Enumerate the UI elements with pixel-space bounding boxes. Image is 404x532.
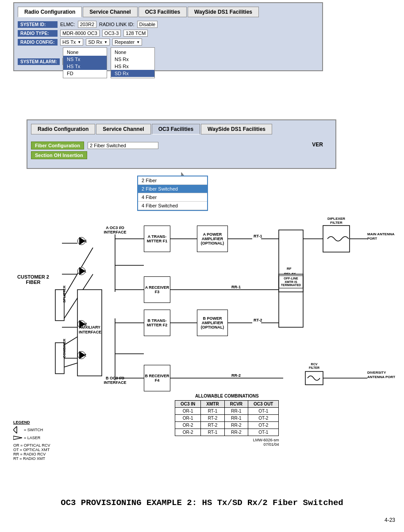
page-number: 4-23 xyxy=(385,517,395,523)
a-oc3-label: A OC3 I/O INTERFACE xyxy=(102,226,128,234)
svg-marker-43 xyxy=(13,426,17,433)
radio-type-row: RADIO TYPE: MDR-8000 OC3 OC3-3 128 TCM xyxy=(18,30,319,37)
laser-label: = LASER xyxy=(24,436,40,440)
b-transmitter-block: B TRANS- MITTER F2 xyxy=(144,310,170,336)
b-receiver-block: B RECEIVER F4 xyxy=(144,365,170,391)
a-receiver-block: A RECEIVER F3 xyxy=(144,276,170,303)
hstx-option-fd[interactable]: FD xyxy=(63,70,107,77)
bottom-title: OC3 PROVISIONING EXAMPLE 2: HS Tx/SD Rx/… xyxy=(0,498,404,508)
rt-legend: RT = RADIO XMT xyxy=(13,456,50,461)
radio-config-row: RADIO CONFIG: HS Tx SD Rx Repeater xyxy=(18,38,319,46)
fiber-config-label: Fiber Configuration xyxy=(31,142,84,149)
sdrx-option-nsrx[interactable]: NS Rx xyxy=(111,56,154,63)
or-legend: OR = OPTICAL RCV xyxy=(13,443,50,448)
fiber-config-row: Fiber Configuration 2 Fiber Switched xyxy=(31,142,332,149)
fiber-option-2fiber-switched[interactable]: 2 Fiber Switched xyxy=(138,185,207,193)
tab-service-channel[interactable]: Service Channel xyxy=(83,7,137,17)
rcv-filter-label: RCV FILTER xyxy=(305,363,323,369)
switch-label: = SWITCH xyxy=(24,428,43,432)
a-transmitter-block: A TRANS- MITTER F1 xyxy=(144,226,170,252)
table-cell: RR-1 xyxy=(224,408,248,415)
ot1-triangle xyxy=(79,267,85,275)
svg-text:RF: RF xyxy=(287,267,292,271)
table-cell: RT-1 xyxy=(201,429,224,436)
repeater-dropdown[interactable]: Repeater xyxy=(112,38,142,46)
table-cell: RT-1 xyxy=(201,408,224,415)
table-cell: RT-2 xyxy=(201,415,224,422)
main-diagram: RF RELAY RT-1 RT-2 RR-1 RR-2 CUSTOMER 2 … xyxy=(13,203,389,451)
table-cell: RT-2 xyxy=(201,422,224,429)
second-tabs: Radio Configuration Service Channel OC3 … xyxy=(31,124,332,134)
radio-type-val2: OC3-3 xyxy=(102,30,121,37)
sd-rx-dropdown[interactable]: SD Rx xyxy=(86,38,110,46)
table-cell: OR-1 xyxy=(175,415,201,422)
hstx-option-nstx[interactable]: NS Tx xyxy=(63,56,107,63)
table-cell: RR-2 xyxy=(224,429,248,436)
svg-text:RT-2: RT-2 xyxy=(254,318,262,322)
table-cell: RR-1 xyxy=(224,415,248,422)
allowable-combinations: ALLOWABLE COMBINATIONS OC3 IN XMTR RCVR … xyxy=(175,394,279,447)
splitter-label: SPLITTER xyxy=(62,286,66,303)
auxiliary-interface-label: AUXILIARY INTERFACE xyxy=(79,325,101,335)
fiber-option-4fiber[interactable]: 4 Fiber xyxy=(138,193,207,202)
hs-tx-dropdown-open: None NS Tx HS Tx FD xyxy=(63,47,107,78)
table-cell: RR-2 xyxy=(224,422,248,429)
fiber-option-2fiber[interactable]: 2 Fiber xyxy=(138,176,207,185)
elmc-value[interactable]: 203R2 xyxy=(78,21,96,28)
table-cell: OR-1 xyxy=(175,408,201,415)
svg-marker-44 xyxy=(13,436,22,440)
tab-oc3-facilities[interactable]: OC3 Facilities xyxy=(139,7,187,17)
diversity-antenna-label: DIVERSITY ANTENNA PORT xyxy=(367,371,398,379)
radio-link-value[interactable]: Disable xyxy=(137,21,158,28)
hstx-option-hstx[interactable]: HS Tx xyxy=(63,63,107,70)
svg-text:RR-1: RR-1 xyxy=(231,285,241,289)
top-radio-config-panel: Radio Configuration Service Channel OC3 … xyxy=(13,2,323,71)
svg-line-10 xyxy=(64,358,93,367)
elmc-label: ELMC: xyxy=(60,22,75,27)
radio-link-label: RADIO LINK ID: xyxy=(99,22,134,27)
table-row: OR-2RT-2RR-2OT-2 xyxy=(175,422,279,429)
tab2-service-channel[interactable]: Service Channel xyxy=(96,124,150,134)
svg-line-8 xyxy=(64,274,93,318)
sdrx-option-none[interactable]: None xyxy=(111,49,154,56)
switch-legend: = SWITCH xyxy=(13,426,50,433)
sdrx-option-hsrx[interactable]: HS Rx xyxy=(111,63,154,70)
laser-legend: = LASER xyxy=(13,434,50,441)
receiver-label: VER xyxy=(312,142,323,148)
legend-section: LEGEND = SWITCH = LASER OR = OPTICAL RCV… xyxy=(13,420,50,461)
b-oc3-label: B OC3 I/O INTERFACE xyxy=(102,376,128,385)
allowable-table: OC3 IN XMTR RCVR OC3 OUT OR-1RT-1RR-1OT-… xyxy=(175,400,279,436)
a-power-amp-block: A POWER AMPLIFIER (OPTIONAL) xyxy=(197,226,228,252)
table-cell: OT-2 xyxy=(248,422,279,429)
hs-tx-dropdown[interactable]: HS Tx xyxy=(60,38,83,46)
sd-rx-dropdown-open: None NS Rx HS Rx SD Rx xyxy=(111,47,155,78)
top-tabs: Radio Configuration Service Channel OC3 … xyxy=(18,7,319,17)
doc-number: LMW-6026-sm xyxy=(175,438,279,442)
system-id-label: SYSTEM ID: xyxy=(18,21,58,28)
fiber-option-4fiber-switched[interactable]: 4 Fiber Switched xyxy=(138,202,207,210)
sdrx-option-sdrx[interactable]: SD Rx xyxy=(111,70,154,77)
tab-wayside-ds1[interactable]: WaySide DS1 Facilities xyxy=(188,7,259,17)
table-row: OR-1RT-1RR-1OT-1 xyxy=(175,408,279,415)
radio-type-val1: MDR-8000 OC3 xyxy=(60,30,100,37)
legend-title: LEGEND xyxy=(13,420,50,425)
section-oh-label: Section OH Insertion xyxy=(31,151,87,159)
tab-radio-configuration[interactable]: Radio Configuration xyxy=(18,7,82,17)
svg-text:RT-1: RT-1 xyxy=(254,234,262,238)
main-antenna-label: MAIN ANTENNA PORT xyxy=(367,232,398,241)
hstx-option-none[interactable]: None xyxy=(63,49,107,56)
ot2-triangle xyxy=(79,351,85,359)
fiber-config-value[interactable]: 2 Fiber Switched xyxy=(88,142,158,149)
combiner-label: COMBINER xyxy=(62,339,66,358)
oc3-facilities-panel: Radio Configuration Service Channel OC3 … xyxy=(27,119,336,169)
tab2-oc3-facilities[interactable]: OC3 Facilities xyxy=(152,124,200,134)
svg-text:RR-2: RR-2 xyxy=(231,373,241,378)
tab2-wayside-ds1[interactable]: WaySide DS1 Facilities xyxy=(201,124,272,134)
table-cell: OR-2 xyxy=(175,422,201,429)
col-xmtr: XMTR xyxy=(201,401,224,408)
radio-config-label: RADIO CONFIG: xyxy=(18,39,58,46)
fiber-options-dropdown: 2 Fiber 2 Fiber Switched 4 Fiber 4 Fiber… xyxy=(137,176,208,211)
table-cell: OT-2 xyxy=(248,415,279,422)
table-cell: OT-1 xyxy=(248,408,279,415)
tab2-radio-config[interactable]: Radio Configuration xyxy=(31,124,95,134)
